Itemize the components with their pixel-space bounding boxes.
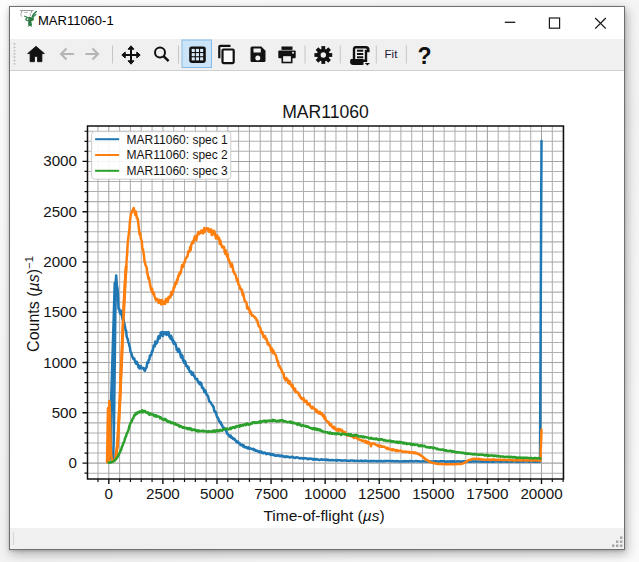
svg-text:MAR11060: spec 3: MAR11060: spec 3 bbox=[127, 164, 228, 178]
svg-text:2000: 2000 bbox=[43, 253, 77, 270]
svg-text:7500: 7500 bbox=[254, 485, 288, 502]
svg-text:0: 0 bbox=[105, 485, 113, 502]
svg-text:Fit: Fit bbox=[385, 48, 399, 60]
svg-text:MAR11060: MAR11060 bbox=[282, 102, 369, 122]
svg-text:500: 500 bbox=[52, 404, 77, 421]
svg-text:2500: 2500 bbox=[146, 485, 180, 502]
svg-text:2500: 2500 bbox=[43, 203, 77, 220]
svg-text:MAR11060: spec 1: MAR11060: spec 1 bbox=[127, 133, 228, 147]
svg-text:12500: 12500 bbox=[358, 485, 400, 502]
svg-text:1500: 1500 bbox=[43, 303, 77, 320]
svg-text:?: ? bbox=[417, 43, 431, 69]
svg-text:0: 0 bbox=[69, 454, 77, 471]
svg-text:10000: 10000 bbox=[304, 485, 346, 502]
svg-text:15000: 15000 bbox=[412, 485, 454, 502]
svg-text:MAR11060: spec 2: MAR11060: spec 2 bbox=[127, 148, 228, 162]
svg-text:1000: 1000 bbox=[43, 354, 77, 371]
svg-text:20000: 20000 bbox=[520, 485, 562, 502]
svg-text:17500: 17500 bbox=[466, 485, 508, 502]
svg-text:Counts (µs)−1: Counts (µs)−1 bbox=[23, 256, 43, 352]
svg-text:5000: 5000 bbox=[200, 485, 234, 502]
svg-text:3000: 3000 bbox=[43, 152, 77, 169]
svg-text:Time-of-flight (µs): Time-of-flight (µs) bbox=[263, 507, 384, 524]
